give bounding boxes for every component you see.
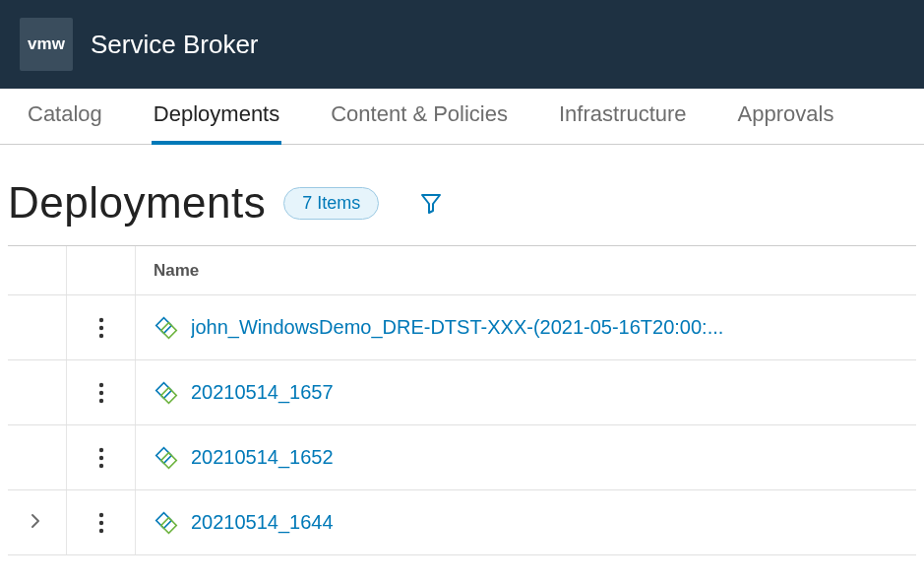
page-body: Deployments 7 Items Name bbox=[0, 145, 924, 555]
deployment-link[interactable]: 20210514_1644 bbox=[154, 510, 885, 536]
deployment-name: john_WindowsDemo_DRE-DTST-XXX-(2021-05-1… bbox=[191, 316, 723, 339]
row-actions-menu[interactable] bbox=[91, 379, 112, 407]
deployment-icon bbox=[154, 380, 179, 406]
row-expand-cell bbox=[8, 360, 67, 424]
tab-deployments[interactable]: Deployments bbox=[152, 89, 281, 145]
row-name-cell: 20210514_1644 bbox=[136, 490, 902, 554]
filter-button[interactable] bbox=[414, 186, 448, 220]
row-expand-cell bbox=[8, 425, 67, 489]
deployment-link[interactable]: john_WindowsDemo_DRE-DTST-XXX-(2021-05-1… bbox=[154, 315, 885, 341]
row-actions-cell bbox=[67, 360, 136, 424]
svg-point-1 bbox=[98, 325, 102, 329]
row-actions-menu[interactable] bbox=[91, 444, 112, 472]
deployment-link[interactable]: 20210514_1652 bbox=[154, 445, 885, 471]
row-actions-menu[interactable] bbox=[91, 314, 112, 342]
svg-point-10 bbox=[98, 447, 102, 451]
deployment-icon bbox=[154, 510, 179, 536]
svg-point-15 bbox=[98, 512, 102, 516]
page-heading: Deployments 7 Items bbox=[8, 172, 916, 245]
col-spacer-header bbox=[902, 246, 924, 294]
vmw-logo: vmw bbox=[20, 18, 73, 71]
expand-toggle[interactable] bbox=[27, 512, 48, 534]
svg-point-16 bbox=[98, 520, 102, 524]
deployment-icon bbox=[154, 315, 179, 341]
table-row: 20210514_1657 bbox=[8, 360, 916, 425]
app-title: Service Broker bbox=[91, 30, 259, 60]
deployment-name: 20210514_1644 bbox=[191, 511, 334, 534]
app-header: vmw Service Broker bbox=[0, 0, 924, 89]
item-count-badge: 7 Items bbox=[283, 187, 379, 220]
col-name-label: Name bbox=[154, 261, 199, 281]
svg-rect-19 bbox=[161, 517, 177, 533]
row-name-cell: 20210514_1652 bbox=[136, 425, 902, 489]
svg-point-12 bbox=[98, 463, 102, 467]
table-row: 20210514_1652 bbox=[8, 425, 916, 490]
row-actions-cell bbox=[67, 490, 136, 554]
deployment-name: 20210514_1657 bbox=[191, 381, 334, 404]
col-name-header[interactable]: Name bbox=[136, 246, 902, 294]
filter-icon bbox=[419, 191, 443, 215]
svg-point-6 bbox=[98, 390, 102, 394]
tab-approvals[interactable]: Approvals bbox=[736, 89, 836, 145]
logo-text: vmw bbox=[28, 34, 65, 54]
kebab-icon bbox=[98, 316, 104, 340]
row-name-cell: 20210514_1657 bbox=[136, 360, 902, 424]
svg-rect-9 bbox=[161, 387, 177, 403]
row-actions-cell bbox=[67, 425, 136, 489]
svg-rect-18 bbox=[156, 512, 172, 528]
col-expand-header bbox=[8, 246, 67, 294]
tab-content-policies[interactable]: Content & Policies bbox=[329, 89, 510, 145]
page-title: Deployments bbox=[8, 178, 266, 227]
svg-rect-8 bbox=[156, 382, 172, 398]
chevron-right-icon bbox=[27, 512, 44, 530]
row-actions-menu[interactable] bbox=[91, 509, 112, 537]
kebab-icon bbox=[98, 381, 104, 405]
tab-infrastructure[interactable]: Infrastructure bbox=[557, 89, 689, 145]
col-actions-header bbox=[67, 246, 136, 294]
deployments-table: Name john_WindowsDemo_DRE-DTST-XXX-(2021… bbox=[8, 245, 916, 555]
deployment-name: 20210514_1652 bbox=[191, 446, 334, 469]
svg-point-0 bbox=[98, 317, 102, 321]
svg-point-11 bbox=[98, 455, 102, 459]
svg-point-5 bbox=[98, 382, 102, 386]
table-header-row: Name bbox=[8, 246, 916, 295]
kebab-icon bbox=[98, 446, 104, 470]
svg-rect-13 bbox=[156, 447, 172, 463]
deployment-link[interactable]: 20210514_1657 bbox=[154, 380, 885, 406]
row-expand-cell bbox=[8, 295, 67, 359]
table-row: john_WindowsDemo_DRE-DTST-XXX-(2021-05-1… bbox=[8, 295, 916, 360]
row-actions-cell bbox=[67, 295, 136, 359]
svg-rect-4 bbox=[161, 322, 177, 338]
main-tabs: Catalog Deployments Content & Policies I… bbox=[0, 89, 924, 145]
svg-point-2 bbox=[98, 333, 102, 337]
svg-point-7 bbox=[98, 398, 102, 402]
svg-rect-3 bbox=[156, 317, 172, 333]
table-row: 20210514_1644 bbox=[8, 490, 916, 555]
row-name-cell: john_WindowsDemo_DRE-DTST-XXX-(2021-05-1… bbox=[136, 295, 902, 359]
deployment-icon bbox=[154, 445, 179, 471]
svg-rect-14 bbox=[161, 452, 177, 468]
tab-catalog[interactable]: Catalog bbox=[26, 89, 104, 145]
kebab-icon bbox=[98, 511, 104, 535]
svg-point-17 bbox=[98, 528, 102, 532]
row-expand-cell bbox=[8, 490, 67, 554]
